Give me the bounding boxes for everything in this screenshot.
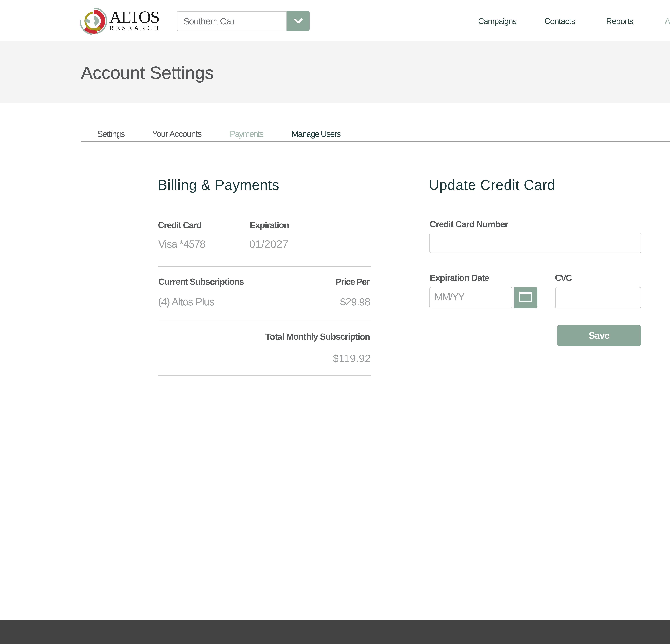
svg-text:ALTOS: ALTOS <box>109 8 159 27</box>
svg-text:RESEARCH: RESEARCH <box>109 24 161 32</box>
